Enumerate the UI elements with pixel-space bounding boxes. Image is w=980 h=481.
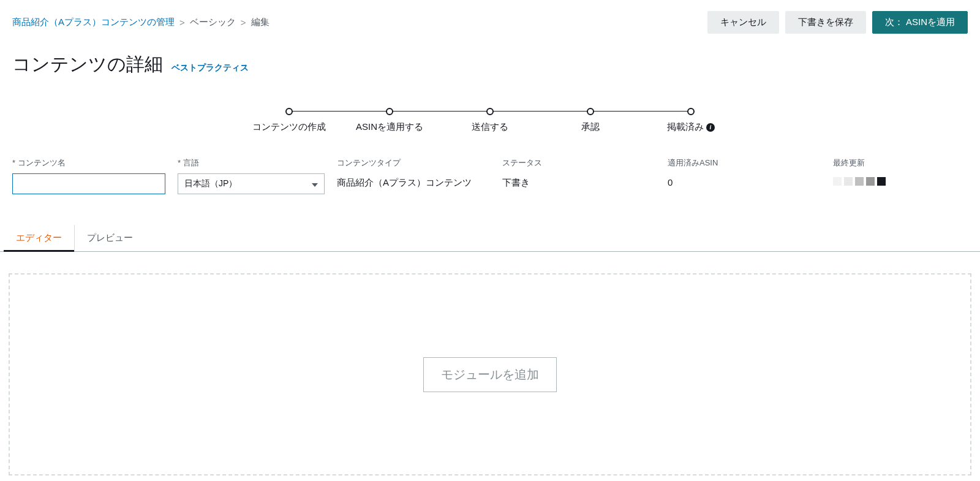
chevron-right-icon: > bbox=[241, 17, 246, 28]
field-label: * 言語 bbox=[178, 157, 325, 169]
field-label: コンテンツタイプ bbox=[337, 157, 490, 169]
step-circle-icon bbox=[386, 108, 393, 115]
tab-bar: エディター プレビュー bbox=[0, 225, 980, 252]
content-name-input[interactable] bbox=[12, 173, 165, 194]
field-last-updated: 最終更新 bbox=[833, 157, 968, 194]
field-content-name: * コンテンツ名 bbox=[12, 157, 165, 194]
breadcrumb: 商品紹介（Aプラス）コンテンツの管理 > ベーシック > 編集 bbox=[12, 17, 270, 28]
status-value: 下書き bbox=[502, 173, 655, 189]
editor-canvas: モジュールを追加 bbox=[9, 273, 971, 475]
info-icon[interactable]: i bbox=[706, 123, 715, 132]
caret-down-icon bbox=[312, 179, 318, 189]
step-submit: 送信する bbox=[440, 108, 540, 133]
field-label: ステータス bbox=[502, 157, 655, 169]
field-status: ステータス 下書き bbox=[502, 157, 655, 194]
field-content-type: コンテンツタイプ 商品紹介（Aプラス）コンテンツ bbox=[337, 157, 490, 194]
breadcrumb-level1: ベーシック bbox=[190, 17, 236, 28]
field-label: 適用済みASIN bbox=[668, 157, 821, 169]
tab-editor[interactable]: エディター bbox=[4, 225, 75, 251]
language-select-value: 日本語（JP） bbox=[184, 178, 237, 189]
step-apply-asin: ASINを適用する bbox=[339, 108, 440, 133]
step-approve: 承認 bbox=[540, 108, 641, 133]
progress-stepper: コンテンツの作成 ASINを適用する 送信する 承認 掲載済み i bbox=[0, 89, 980, 139]
breadcrumb-level2: 編集 bbox=[251, 17, 270, 28]
chevron-right-icon: > bbox=[179, 17, 185, 28]
step-circle-icon bbox=[687, 108, 695, 115]
step-circle-icon bbox=[486, 108, 494, 115]
step-label: 送信する bbox=[472, 121, 508, 133]
step-label: コンテンツの作成 bbox=[252, 121, 326, 133]
applied-asin-value: 0 bbox=[668, 173, 821, 187]
field-label: 最終更新 bbox=[833, 157, 968, 169]
field-language: * 言語 日本語（JP） bbox=[178, 157, 325, 194]
last-updated-value bbox=[833, 173, 968, 186]
step-label: 承認 bbox=[581, 121, 600, 133]
step-published: 掲載済み i bbox=[641, 108, 741, 133]
step-circle-icon bbox=[587, 108, 594, 115]
cancel-button[interactable]: キャンセル bbox=[707, 11, 779, 34]
best-practices-link[interactable]: ベストプラクティス bbox=[172, 62, 249, 74]
save-draft-button[interactable]: 下書きを保存 bbox=[785, 11, 866, 34]
tab-preview[interactable]: プレビュー bbox=[75, 225, 145, 251]
field-applied-asin: 適用済みASIN 0 bbox=[668, 157, 821, 194]
language-select[interactable]: 日本語（JP） bbox=[178, 173, 325, 194]
add-module-button[interactable]: モジュールを追加 bbox=[423, 357, 557, 392]
content-type-value: 商品紹介（Aプラス）コンテンツ bbox=[337, 173, 490, 189]
step-circle-icon bbox=[285, 108, 293, 115]
breadcrumb-root-link[interactable]: 商品紹介（Aプラス）コンテンツの管理 bbox=[12, 17, 175, 28]
page-title: コンテンツの詳細 bbox=[12, 52, 163, 77]
step-create-content: コンテンツの作成 bbox=[239, 108, 339, 133]
step-label: ASINを適用する bbox=[356, 121, 423, 133]
next-apply-asin-button[interactable]: 次： ASINを適用 bbox=[872, 11, 968, 34]
field-label: * コンテンツ名 bbox=[12, 157, 165, 169]
step-label: 掲載済み i bbox=[667, 121, 715, 133]
action-button-group: キャンセル 下書きを保存 次： ASINを適用 bbox=[707, 11, 968, 34]
